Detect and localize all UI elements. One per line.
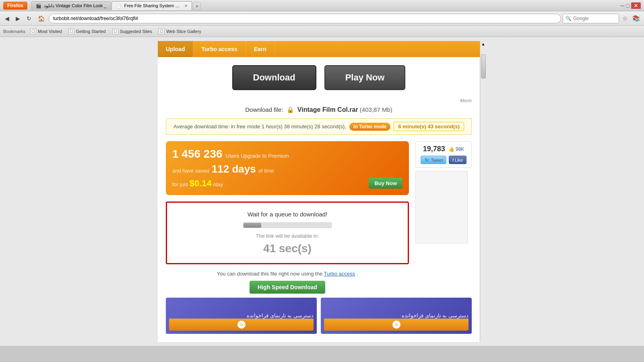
two-col-layout: 1 456 236 Users Upgrade to Premium and h… — [166, 141, 472, 294]
scrollbar[interactable]: ▲ — [480, 41, 486, 342]
turbo-access-link[interactable]: Turbo access — [324, 271, 355, 277]
ad-icon-2: ⟳ — [392, 321, 400, 329]
close-button[interactable]: ✕ — [631, 2, 641, 9]
facebook-like-button[interactable]: f Like — [449, 156, 466, 164]
file-info: Download file: 🔒 Vintage Film Col.rar (4… — [166, 106, 472, 113]
right-column: 19,783 👍 98K 🐦 Tweet f Like — [415, 141, 472, 294]
scrollbar-thumb[interactable] — [481, 54, 486, 78]
button-row: Download Play Now — [166, 65, 472, 90]
tweet-label: Tweet — [431, 158, 443, 162]
forward-button[interactable]: ▶ — [13, 14, 23, 23]
scroll-up-arrow[interactable]: ▲ — [481, 42, 485, 46]
star-button[interactable]: ☆ — [621, 14, 629, 23]
reload-button[interactable]: ↻ — [24, 14, 34, 23]
progress-bar — [243, 222, 332, 228]
ad-text-2: دسترسی به تارنمای فراخوانده — [324, 313, 469, 319]
premium-text3: of time — [258, 168, 274, 174]
premium-price-row: for just $0.14 /day Buy Now — [172, 178, 402, 189]
tab-2-favicon: 📄 — [116, 3, 122, 8]
minimize-button[interactable]: ─ — [621, 2, 625, 9]
ad-box-1[interactable]: دسترسی به تارنمای فراخوانده ⟳ — [166, 298, 317, 334]
tab-1-title: دانلود Vintage Color Film Look _ — [44, 3, 106, 8]
ad-orange-bar-2: ⟳ — [324, 319, 469, 331]
fb-like-label: Like — [455, 158, 463, 162]
nav-upload[interactable]: Upload — [158, 41, 193, 57]
bookmark-label-3: Suggested Sites — [120, 29, 152, 34]
buy-now-button[interactable]: Buy Now — [369, 178, 402, 189]
bookmarks-bar: Bookmarks ☐ Most Visited ☐ Getting Start… — [0, 26, 644, 37]
social-buttons: 🐦 Tweet f Like — [419, 156, 468, 164]
price-value: $0.14 — [190, 178, 212, 188]
download-button[interactable]: Download — [232, 65, 316, 90]
bookmark-web-slice[interactable]: ☐ Web Slice Gallery — [157, 27, 203, 35]
address-bar[interactable] — [49, 14, 561, 23]
free-dl-period: . — [357, 271, 358, 277]
file-info-prefix: Download file: — [245, 106, 283, 113]
facebook-icon: f — [452, 158, 454, 162]
tabs-bar: 🎬 دانلود Vintage Color Film Look _ 📄 Fre… — [31, 1, 617, 10]
tab-2[interactable]: 📄 Free File Sharing System TurboBit.net.… — [111, 1, 192, 10]
bookmark-most-visited[interactable]: ☐ Most Visited — [29, 27, 64, 35]
nav-turbo[interactable]: Turbo access — [193, 41, 246, 57]
bookmark-label-2: Getting Started — [76, 29, 106, 34]
premium-banner: 1 456 236 Users Upgrade to Premium and h… — [166, 141, 409, 195]
ad-box-2[interactable]: دسترسی به تارنمای فراخوانده ⟳ — [321, 298, 472, 334]
bookmark-icon: ☐ — [30, 28, 36, 34]
bookmark-suggested-sites[interactable]: ☐ Suggested Sites — [111, 27, 154, 35]
avg-time-text: Average download time: in free mode 1 ho… — [173, 123, 346, 130]
bookmark-icon-3: ☐ — [112, 28, 118, 34]
firefox-button[interactable]: Firefox — [3, 2, 27, 10]
bookmark-getting-started[interactable]: ☐ Getting Started — [67, 27, 107, 35]
wait-box: Wait for a queue to download! The link w… — [166, 202, 409, 264]
new-tab-button[interactable]: + — [193, 2, 201, 10]
social-count: 19,783 — [423, 145, 445, 153]
turbo-time: 6 minute(s) 43 second(s) — [394, 122, 464, 131]
search-input[interactable] — [573, 16, 609, 21]
twitter-icon: 🐦 — [424, 157, 430, 162]
tab-2-close[interactable]: ✕ — [184, 4, 188, 8]
bookmarks-label: Bookmarks — [3, 29, 25, 34]
tab-1-favicon: 🎬 — [36, 3, 41, 8]
ad-text-1: دسترسی به تارنمای فراخوانده — [169, 313, 314, 319]
playnow-button[interactable]: Play Now — [324, 65, 406, 90]
high-speed-download-button[interactable]: High Speed Download — [250, 281, 325, 294]
price-suffix: /day — [213, 181, 223, 187]
countdown-timer: 41 sec(s) — [175, 242, 400, 255]
premium-text1: Users Upgrade to Premium — [226, 153, 289, 159]
titlebar: Firefox 🎬 دانلود Vintage Color Film Look… — [0, 0, 644, 11]
page-content: Upload Turbo access Earn Download Play N… — [158, 41, 480, 342]
avg-time-bar: Average download time: in free mode 1 ho… — [166, 118, 472, 135]
ad-icon-1: ⟳ — [237, 321, 246, 329]
maximize-button[interactable]: □ — [626, 2, 630, 9]
file-size: (403,87 Mb) — [360, 106, 392, 113]
back-button[interactable]: ◀ — [2, 14, 12, 23]
home-button[interactable]: 🏠 — [35, 14, 47, 23]
turbo-mode-badge: in Turbo mode — [349, 123, 390, 131]
tab-2-title: Free File Sharing System TurboBit.net... — [124, 3, 182, 8]
progress-fill — [244, 223, 261, 228]
bookmark-label-4: Web Slice Gallery — [166, 29, 201, 34]
bookmark-label: Most Visited — [38, 29, 62, 34]
free-dl-prefix: You can download this file right now usi… — [217, 271, 323, 277]
ad-row: دسترسی به تارنمای فراخوانده ⟳ دسترسی به … — [166, 298, 472, 334]
price-prefix: for just — [172, 181, 188, 187]
ad-placeholder — [415, 171, 468, 243]
page-wrapper: Upload Turbo access Earn Download Play N… — [0, 37, 644, 346]
ad-orange-bar-1: ⟳ — [169, 319, 314, 331]
left-column: 1 456 236 Users Upgrade to Premium and h… — [166, 141, 409, 294]
premium-count: 1 456 236 — [172, 148, 223, 160]
like-count: 👍 98K — [448, 146, 464, 152]
nav-earn[interactable]: Earn — [246, 41, 275, 57]
wait-title: Wait for a queue to download! — [175, 211, 400, 218]
premium-text2: and have saved — [172, 168, 209, 174]
bookmark-icon-2: ☐ — [68, 28, 74, 34]
tab-1[interactable]: 🎬 دانلود Vintage Color Film Look _ — [31, 1, 111, 10]
main-area: Download Play Now iMesh Download file: 🔒… — [158, 57, 480, 342]
site-nav: Upload Turbo access Earn — [158, 41, 480, 57]
tweet-button[interactable]: 🐦 Tweet — [421, 156, 446, 164]
imesh-label: iMesh — [166, 98, 472, 103]
bookmarks-button[interactable]: 📚 — [631, 14, 642, 23]
social-box: 19,783 👍 98K 🐦 Tweet f Like — [415, 141, 472, 168]
lock-icon: 🔒 — [287, 106, 294, 113]
browser-chrome: Firefox 🎬 دانلود Vintage Color Film Look… — [0, 0, 644, 37]
